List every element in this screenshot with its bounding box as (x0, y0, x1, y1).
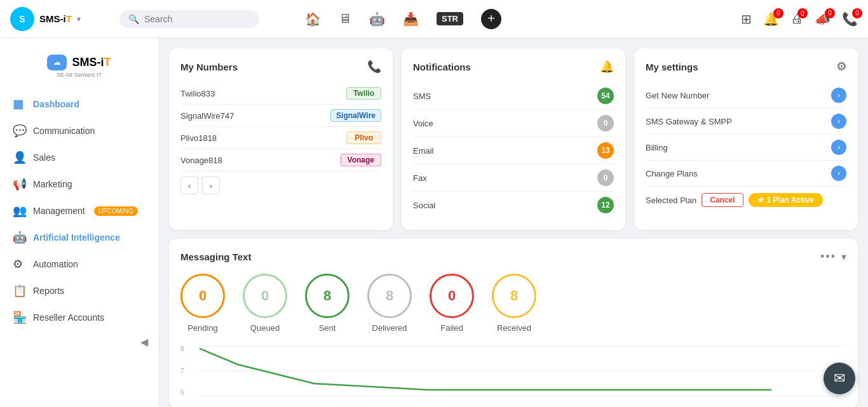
settings-row-billing: Billing › (646, 135, 846, 161)
avatar[interactable]: S (10, 7, 34, 31)
search-input[interactable] (144, 14, 246, 24)
sidebar-item-management[interactable]: 👥 Management UPCOMING (0, 197, 158, 224)
sidebar-item-label: Artificial Intelligence (33, 232, 120, 243)
sidebar-item-communication[interactable]: 💬 Communication (0, 117, 158, 144)
str-badge[interactable]: STR (437, 12, 463, 25)
sidebar-logo: ☁ SMS-iT SE-MI Sentient IT (0, 48, 158, 91)
notif-count-social: 12 (597, 197, 614, 213)
number-name: SignalWire747 (180, 111, 234, 121)
sidebar-item-label: Marketing (33, 179, 72, 189)
upcoming-badge: UPCOMING (94, 206, 138, 216)
ai-icon: 🤖 (13, 230, 27, 244)
bell-badge: 0 (773, 8, 783, 18)
stat-sent: 8 Sent (305, 274, 349, 333)
sidebar-item-automation[interactable]: ⚙ Automation (0, 251, 158, 277)
notifications-card: Notifications 🔔 SMS 54 Voice 0 Email 13 … (402, 48, 625, 230)
settings-arrow-sms-gateway[interactable]: › (831, 114, 846, 129)
stat-circle-delivered: 8 (367, 274, 412, 318)
settings-row-change-plans: Change Plans › (646, 161, 846, 187)
grid-icon[interactable]: ⊞ (741, 11, 752, 27)
notif-count-sms: 54 (597, 88, 614, 104)
home-icon[interactable]: 🏠 (305, 11, 321, 27)
chart-y-labels: 8 7 6 (180, 345, 184, 396)
cancel-plan-button[interactable]: Cancel (702, 193, 743, 207)
number-name: Vonage818 (180, 156, 222, 165)
stat-delivered: 8 Delivered (367, 274, 412, 333)
sidebar-item-reseller[interactable]: 🏪 Reseller Accounts (0, 304, 158, 331)
brand-area: S SMS-iT ▾ (10, 7, 112, 31)
topnav-center-icons: 🏠 🖥 🤖 📥 STR + (305, 9, 501, 29)
chevron-down-button[interactable]: ▾ (841, 251, 846, 263)
brand-dropdown[interactable]: ▾ (77, 15, 81, 23)
messaging-text-card: Messaging Text ••• ▾ 0 Pending 0 Queued … (169, 239, 858, 407)
selected-plan-row: Selected Plan Cancel ★ 1 Plan Active (646, 187, 846, 207)
monitor-icon[interactable]: 🖥 (339, 11, 351, 26)
badge-vonage: Vonage (341, 154, 381, 166)
sidebar-item-sales[interactable]: 👤 Sales (0, 144, 158, 171)
search-box[interactable]: 🔍 (119, 10, 259, 28)
brand-name: SMS-iT (39, 13, 72, 24)
stat-label-delivered: Delivered (372, 323, 407, 333)
messaging-title: Messaging Text (180, 251, 251, 262)
number-name: Plivo1818 (180, 133, 217, 143)
notif-count-email: 13 (597, 142, 614, 159)
chat-widget[interactable]: ✉ (824, 363, 855, 394)
stat-circle-sent: 8 (305, 274, 349, 318)
automation-icon: ⚙ (13, 257, 27, 271)
search-icon: 🔍 (128, 14, 139, 24)
logo-text: SMS-iT (72, 56, 111, 69)
stat-queued: 0 Queued (243, 274, 287, 333)
y-label-8: 8 (180, 345, 184, 352)
settings-arrow-billing[interactable]: › (831, 140, 846, 155)
selected-plan-label: Selected Plan (646, 196, 696, 205)
stat-circle-queued: 0 (243, 274, 287, 318)
y-label-7: 7 (180, 368, 184, 375)
stat-failed: 0 Failed (430, 274, 474, 333)
notif-count-fax: 0 (597, 170, 614, 186)
prev-arrow-button[interactable]: ‹ (180, 177, 198, 194)
management-icon: 👥 (13, 204, 27, 218)
settings-row-sms-gateway: SMS Gateway & SMPP › (646, 109, 846, 135)
sidebar-item-marketing[interactable]: 📢 Marketing (0, 171, 158, 197)
my-numbers-title: My Numbers 📞 (180, 60, 381, 74)
star-icon: ★ (757, 196, 764, 204)
inbox-icon[interactable]: 📥 (403, 11, 419, 27)
print-icon[interactable]: 🖨0 (790, 11, 803, 26)
sidebar-item-ai[interactable]: 🤖 Artificial Intelligence (0, 224, 158, 251)
bell-card-icon: 🔔 (600, 60, 614, 74)
sidebar: ☁ SMS-iT SE-MI Sentient IT ▦ Dashboard 💬… (0, 38, 159, 407)
settings-title: My settings ⚙ (646, 60, 846, 74)
sidebar-item-label: Automation (33, 259, 78, 269)
number-row-plivo: Plivo1818 Plivo (180, 127, 381, 149)
megaphone-icon[interactable]: 📣0 (815, 11, 831, 27)
settings-row-number: Get New Number › (646, 83, 846, 109)
notif-count-voice: 0 (597, 115, 614, 131)
stat-label-sent: Sent (319, 323, 336, 333)
notif-row-fax: Fax 0 (413, 164, 614, 192)
bell-icon[interactable]: 🔔0 (763, 11, 779, 27)
logo-tagline: SE-MI Sentient IT (47, 72, 111, 78)
phone-icon[interactable]: 📞0 (842, 11, 858, 27)
sidebar-collapse-button[interactable]: ◀ (0, 331, 158, 353)
stat-label-pending: Pending (187, 323, 218, 333)
sidebar-item-label: Management (33, 206, 85, 216)
topnav-right-icons: ⊞ 🔔0 🖨0 📣0 📞0 (741, 11, 858, 27)
robot-icon[interactable]: 🤖 (369, 11, 385, 27)
settings-arrow-number[interactable]: › (831, 88, 846, 103)
megaphone-badge: 0 (825, 8, 835, 18)
settings-arrow-change-plans[interactable]: › (831, 166, 846, 181)
next-arrow-button[interactable]: › (202, 177, 220, 194)
cards-row: My Numbers 📞 Twilio833 Twilio SignalWire… (169, 48, 858, 230)
stats-row: 0 Pending 0 Queued 8 Sent 8 Delivered 0 (180, 274, 846, 333)
topnav: S SMS-iT ▾ 🔍 🏠 🖥 🤖 📥 STR + ⊞ 🔔0 🖨0 📣0 📞0 (0, 0, 868, 38)
sidebar-item-label: Reseller Accounts (33, 312, 104, 323)
logo-cloud-icon: ☁ (47, 55, 67, 70)
dots-menu-button[interactable]: ••• (820, 250, 836, 264)
sidebar-item-dashboard[interactable]: ▦ Dashboard (0, 91, 158, 117)
sidebar-item-reports[interactable]: 📋 Reports (0, 277, 158, 304)
plan-active-button[interactable]: ★ 1 Plan Active (749, 193, 823, 207)
y-label-6: 6 (180, 389, 184, 396)
notif-row-voice: Voice 0 (413, 110, 614, 137)
badge-signalwire: SignalWire (330, 109, 381, 122)
plus-button[interactable]: + (481, 9, 501, 29)
